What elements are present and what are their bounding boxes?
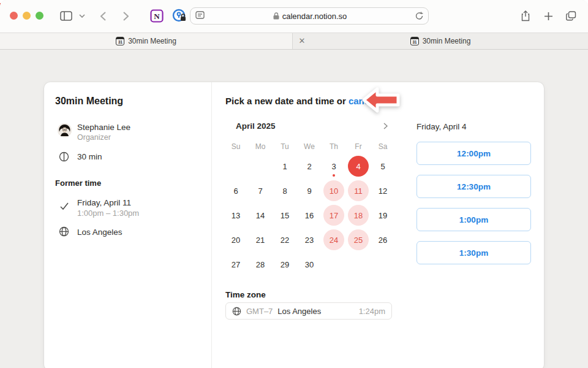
page-background: 30min Meeting Stephanie Lee Organizer: [0, 50, 588, 368]
calendar-day-23[interactable]: 23: [297, 228, 322, 252]
annotation-arrow-icon: [361, 86, 402, 114]
calendar-day-30[interactable]: 30: [297, 252, 322, 277]
calendar-day-20[interactable]: 20: [224, 228, 248, 252]
globe-icon: [232, 307, 241, 316]
weekday-th: Th: [322, 141, 346, 152]
calendar-day-4[interactable]: 4: [346, 154, 371, 178]
screen: N: [0, 0, 588, 368]
weekday-header-row: SuMoTuWeThFrSa: [224, 141, 395, 152]
calendar-day-28[interactable]: 28: [248, 252, 273, 277]
calendar-day-21[interactable]: 21: [248, 228, 273, 252]
month-label: April 2025: [236, 121, 276, 131]
tab-label: 30min Meeting: [128, 37, 176, 45]
former-time-range: 1:00pm – 1:30pm: [77, 209, 139, 218]
share-icon[interactable]: [518, 9, 533, 23]
forward-button[interactable]: [118, 9, 134, 23]
calendar-day-14[interactable]: 14: [248, 203, 273, 228]
calendar-day-2[interactable]: 2: [297, 154, 322, 178]
calendar-day-11[interactable]: 11: [346, 178, 371, 203]
timezone-select[interactable]: GMT–7 Los Angeles 1:24pm: [225, 302, 392, 320]
calendar-day-12[interactable]: 12: [371, 178, 395, 203]
time-slot-button-12-30pm[interactable]: 12:30pm: [417, 175, 531, 198]
new-tab-icon[interactable]: [540, 9, 556, 23]
timezone-offset: GMT–7: [246, 307, 273, 316]
calendar-day-18[interactable]: 18: [346, 203, 371, 228]
calendar-day-19[interactable]: 19: [371, 203, 395, 228]
safari-window: N: [0, 0, 588, 368]
heading-text: Pick a new date and time or: [225, 96, 349, 106]
close-window-button[interactable]: [10, 12, 18, 20]
time-slot-list: 12:00pm12:30pm1:00pm1:30pm: [417, 142, 531, 264]
timezone-city: Los Angeles: [277, 307, 321, 316]
calendar-day-8[interactable]: 8: [273, 178, 297, 203]
duration-icon: [59, 151, 69, 162]
address-bar[interactable]: calendar.notion.so: [190, 7, 429, 25]
former-date: Friday, April 11: [77, 198, 131, 207]
selected-date-label: Friday, April 4: [417, 122, 467, 131]
meeting-location: Los Angeles: [77, 228, 123, 237]
calendar-day-24[interactable]: 24: [322, 228, 346, 252]
calendar-day-16[interactable]: 16: [297, 203, 322, 228]
sidebar-toggle-icon[interactable]: [58, 9, 74, 23]
calendar-day-22[interactable]: 22: [273, 228, 297, 252]
calendar-day-26[interactable]: 26: [371, 228, 395, 252]
timezone-label: Time zone: [225, 290, 266, 299]
browser-toolbar: N: [0, 0, 588, 33]
tab-30min-meeting-active[interactable]: 31 30min Meeting: [0, 33, 293, 49]
reader-view-icon[interactable]: [195, 10, 205, 21]
reload-icon[interactable]: [415, 12, 423, 20]
calendar-grid: 1234567891011121314151617181920212223242…: [224, 154, 395, 277]
panel-divider: [211, 82, 212, 368]
lock-icon: [273, 12, 279, 20]
meeting-duration: 30 min: [77, 152, 102, 161]
time-slot-button-1-30pm[interactable]: 1:30pm: [417, 241, 531, 264]
check-icon: [60, 202, 69, 210]
tab-label: 30min Meeting: [423, 37, 471, 45]
organizer-role: Organizer: [77, 133, 111, 142]
weekday-we: We: [297, 141, 322, 152]
calendar-day-9[interactable]: 9: [297, 178, 322, 203]
globe-icon: [59, 226, 69, 237]
time-slot-button-12-00pm[interactable]: 12:00pm: [417, 142, 531, 165]
calendar-day-29[interactable]: 29: [273, 252, 297, 277]
today-indicator-dot: [333, 174, 335, 177]
calendar-day-1[interactable]: 1: [273, 154, 297, 178]
zoom-window-button[interactable]: [36, 12, 43, 20]
tab-overview-icon[interactable]: [563, 9, 579, 23]
meeting-title: 30min Meeting: [55, 96, 123, 107]
next-month-button[interactable]: [380, 120, 391, 131]
weekday-sa: Sa: [371, 141, 395, 152]
calendar-day-13[interactable]: 13: [224, 203, 248, 228]
organizer-avatar: [58, 123, 72, 137]
weekday-tu: Tu: [273, 141, 297, 152]
calendar-day-25[interactable]: 25: [346, 228, 371, 252]
onepassword-extension-icon[interactable]: [172, 9, 187, 23]
calendar-day-6[interactable]: 6: [224, 178, 248, 203]
timezone-current-time: 1:24pm: [359, 307, 385, 316]
tab-bar: 31 30min Meeting ✕ 31 30min Meeting: [0, 33, 588, 50]
scheduler-heading: Pick a new date and time or cancel: [225, 96, 377, 106]
calendar-day-15[interactable]: 15: [273, 203, 297, 228]
svg-text:N: N: [154, 12, 160, 21]
tab-30min-meeting-background[interactable]: ✕ 31 30min Meeting: [293, 33, 588, 49]
calendar-day-3[interactable]: 3: [322, 154, 346, 178]
organizer-name: Stephanie Lee: [77, 123, 130, 132]
former-time-label: Former time: [55, 178, 101, 188]
calendar-day-7[interactable]: 7: [248, 178, 273, 203]
close-tab-icon[interactable]: ✕: [297, 36, 307, 46]
calendar-day-10[interactable]: 10: [322, 178, 346, 203]
weekday-mo: Mo: [248, 141, 273, 152]
minimize-window-button[interactable]: [23, 12, 31, 20]
calendar-day-27[interactable]: 27: [224, 252, 248, 277]
time-slot-button-1-00pm[interactable]: 1:00pm: [417, 208, 531, 231]
weekday-su: Su: [224, 141, 248, 152]
back-button[interactable]: [95, 9, 111, 23]
calendar-day-5[interactable]: 5: [371, 154, 395, 178]
calendar-day-17[interactable]: 17: [322, 203, 346, 228]
chevron-down-icon[interactable]: [77, 9, 87, 23]
notion-extension-icon[interactable]: N: [149, 9, 165, 23]
url-text: calendar.notion.so: [282, 12, 347, 21]
weekday-fr: Fr: [346, 141, 371, 152]
calendar-favicon: 31: [116, 37, 124, 45]
booking-card: 30min Meeting Stephanie Lee Organizer: [44, 82, 544, 368]
